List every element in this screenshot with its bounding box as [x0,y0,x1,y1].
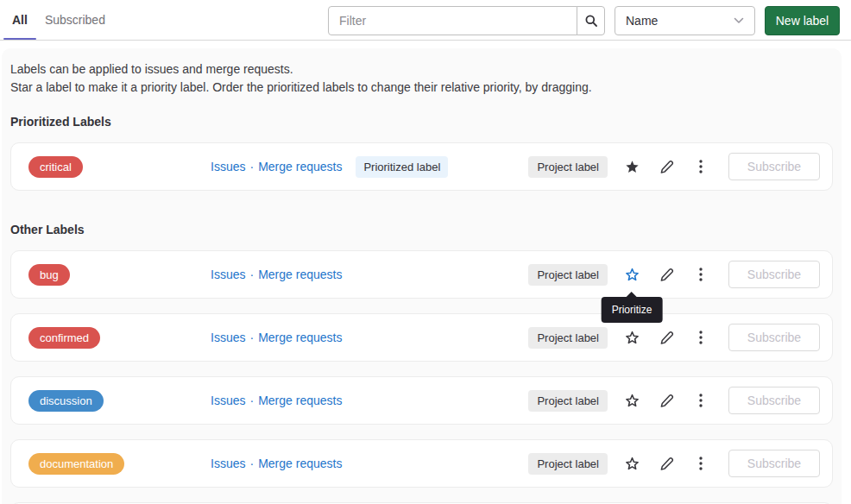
label-pill-bug[interactable]: bug [28,264,70,286]
star-filled-icon [625,160,640,174]
subscribe-button[interactable]: Subscribe [728,153,820,180]
label-row-confirmed: confirmed Issues · Merge requests Projec… [10,313,833,362]
label-options-button[interactable] [684,387,718,414]
merge-requests-link[interactable]: Merge requests [258,394,342,407]
link-separator: · [249,457,254,470]
subscribe-button[interactable]: Subscribe [728,324,820,351]
pencil-icon [659,331,674,345]
unprioritize-star-button[interactable] [615,153,649,180]
subscribe-button[interactable]: Subscribe [728,450,820,477]
labels-toolbar: All Subscribed Name New label [0,0,851,41]
edit-label-button[interactable] [649,153,684,180]
project-label-badge: Project label [528,390,608,412]
description-line-2: Star a label to make it a priority label… [10,79,833,97]
project-label-badge: Project label [528,264,608,286]
label-options-button[interactable] [684,450,718,477]
issues-link[interactable]: Issues [211,394,245,407]
kebab-menu-icon [699,268,703,281]
edit-label-button[interactable] [649,450,684,477]
label-row-critical: critical Issues · Merge requests Priorit… [10,142,833,191]
merge-requests-link[interactable]: Merge requests [258,268,342,281]
other-labels-heading: Other Labels [10,223,833,236]
issues-link[interactable]: Issues [211,268,245,281]
search-icon [584,14,598,28]
label-row-discussion: discussion Issues · Merge requests Proje… [10,376,833,425]
project-label-badge: Project label [528,327,608,349]
label-options-button[interactable] [684,261,718,288]
prioritized-label-badge: Prioritized label [356,156,448,178]
tab-all[interactable]: All [3,0,36,40]
link-separator: · [249,331,254,344]
new-label-button[interactable]: New label [765,6,840,35]
label-options-button[interactable] [684,324,718,351]
pencil-icon [659,457,674,471]
label-row-documentation: documentation Issues · Merge requests Pr… [10,439,833,488]
label-pill-documentation[interactable]: documentation [28,453,124,475]
label-options-button[interactable] [684,153,718,180]
sort-dropdown[interactable]: Name [615,6,755,35]
merge-requests-link[interactable]: Merge requests [258,457,342,470]
link-separator: · [249,268,254,281]
issues-link[interactable]: Issues [211,160,245,173]
chevron-down-icon [734,17,744,24]
label-links: Issues · Merge requests [211,268,528,281]
star-outline-icon [625,394,640,408]
pencil-icon [659,160,674,174]
issues-link[interactable]: Issues [211,331,245,344]
filter-group [328,6,605,35]
description-line-1: Labels can be applied to issues and merg… [10,60,833,79]
labels-container: Labels can be applied to issues and merg… [2,48,842,504]
subscribe-button[interactable]: Subscribe [728,261,820,288]
link-separator: · [249,394,254,407]
label-pill-discussion[interactable]: discussion [28,390,104,412]
pencil-icon [659,268,674,282]
prioritize-star-button[interactable]: Prioritize [615,261,649,288]
kebab-menu-icon [699,160,703,173]
tab-subscribed[interactable]: Subscribed [36,0,114,40]
edit-label-button[interactable] [649,324,684,351]
label-links: Issues · Merge requests Prioritized labe… [211,156,528,178]
filter-input[interactable] [328,6,577,35]
label-row-bug: bug Issues · Merge requests Project labe… [10,250,833,299]
prioritized-labels-heading: Prioritized Labels [10,115,833,129]
project-label-badge: Project label [528,453,608,475]
star-outline-icon [625,457,640,471]
edit-label-button[interactable] [649,387,684,414]
labels-description: Labels can be applied to issues and merg… [10,60,833,97]
kebab-menu-icon [699,331,703,344]
edit-label-button[interactable] [649,261,684,288]
kebab-menu-icon [699,457,703,470]
sort-value: Name [626,14,658,28]
prioritize-tooltip: Prioritize [602,297,663,323]
project-label-badge: Project label [528,156,608,178]
star-outline-icon [625,268,640,282]
merge-requests-link[interactable]: Merge requests [258,331,342,344]
prioritize-star-button[interactable] [615,387,649,414]
prioritize-star-button[interactable] [615,324,649,351]
pencil-icon [659,394,674,408]
prioritize-star-button[interactable] [615,450,649,477]
label-pill-confirmed[interactable]: confirmed [28,327,100,349]
label-pill-critical[interactable]: critical [28,156,83,178]
merge-requests-link[interactable]: Merge requests [258,160,342,173]
link-separator: · [249,160,254,173]
kebab-menu-icon [699,394,703,407]
label-links: Issues · Merge requests [211,394,528,407]
search-button[interactable] [577,6,605,35]
issues-link[interactable]: Issues [211,457,245,470]
star-outline-icon [625,331,640,345]
label-links: Issues · Merge requests [211,331,528,344]
subscribe-button[interactable]: Subscribe [728,387,820,414]
label-links: Issues · Merge requests [211,457,528,470]
